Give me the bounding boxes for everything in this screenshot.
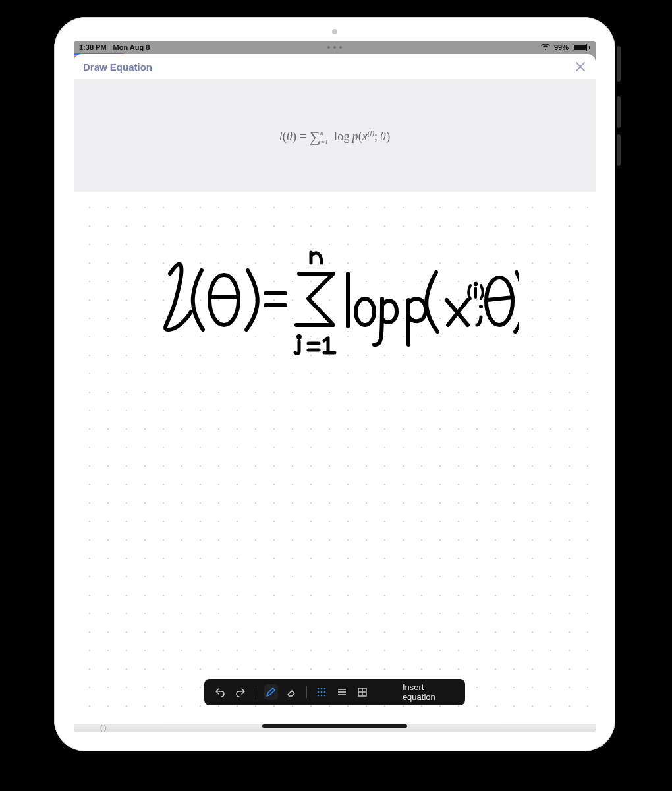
pen-tool-button[interactable] xyxy=(264,684,278,700)
status-date: Mon Aug 8 xyxy=(113,44,150,51)
status-time: 1:38 PM xyxy=(79,44,107,51)
battery-icon xyxy=(573,44,590,51)
device-volume-up xyxy=(617,96,621,128)
svg-point-0 xyxy=(210,275,238,325)
modal-title: Draw Equation xyxy=(83,61,152,73)
undo-button[interactable] xyxy=(213,684,227,700)
svg-point-9 xyxy=(318,691,320,693)
device-volume-down xyxy=(617,134,621,166)
svg-point-7 xyxy=(321,688,323,690)
wifi-icon xyxy=(541,44,550,51)
draw-equation-modal: Draw Equation l(θ) = ∑ni=1 log p(x(i); θ… xyxy=(74,54,596,724)
status-bar: 1:38 PM Mon Aug 8 99% xyxy=(74,41,596,54)
undo-icon xyxy=(215,687,225,697)
grid-lines-button[interactable] xyxy=(335,684,349,700)
svg-point-12 xyxy=(318,695,320,697)
svg-point-13 xyxy=(321,695,323,697)
multitasking-dots-icon[interactable] xyxy=(327,46,342,49)
device-camera xyxy=(332,29,337,34)
home-indicator[interactable] xyxy=(262,724,407,728)
insert-equation-button[interactable]: Insert equation xyxy=(399,682,456,702)
drawing-canvas[interactable]: Insert equation xyxy=(74,192,596,724)
redo-button[interactable] xyxy=(234,684,248,700)
svg-point-10 xyxy=(321,691,323,693)
background-snippet: ( ) xyxy=(100,724,106,732)
grid-squares-button[interactable] xyxy=(355,684,369,700)
modal-header: Draw Equation xyxy=(74,54,596,80)
svg-point-2 xyxy=(356,299,374,325)
close-button[interactable] xyxy=(574,61,586,73)
device-screen: 1:38 PM Mon Aug 8 99% ( ) Dr xyxy=(74,41,596,732)
device-power-button xyxy=(617,46,621,82)
toolbar-divider xyxy=(256,686,256,698)
redo-icon xyxy=(235,687,246,697)
equation-preview-pane: l(θ) = ∑ni=1 log p(x(i); θ) xyxy=(74,80,596,192)
eraser-tool-button[interactable] xyxy=(285,684,298,700)
device-frame: 1:38 PM Mon Aug 8 99% ( ) Dr xyxy=(54,17,615,751)
grid-dots-button[interactable] xyxy=(315,684,329,700)
svg-point-4 xyxy=(479,305,483,308)
svg-point-8 xyxy=(324,688,326,690)
pen-icon xyxy=(266,687,276,697)
grid-lines-icon xyxy=(337,687,347,697)
svg-point-14 xyxy=(324,695,326,697)
grid-dots-icon xyxy=(316,687,327,697)
handwritten-equation xyxy=(150,234,519,359)
drawing-toolbar: Insert equation xyxy=(204,679,465,705)
battery-percent: 99% xyxy=(554,44,569,51)
rendered-equation: l(θ) = ∑ni=1 log p(x(i); θ) xyxy=(279,127,391,144)
toolbar-divider xyxy=(306,686,307,698)
svg-point-3 xyxy=(475,283,476,285)
grid-squares-icon xyxy=(357,687,368,697)
close-icon xyxy=(574,61,586,73)
eraser-icon xyxy=(286,687,296,697)
svg-point-6 xyxy=(318,688,320,690)
svg-point-1 xyxy=(298,336,300,338)
svg-point-11 xyxy=(324,691,326,693)
